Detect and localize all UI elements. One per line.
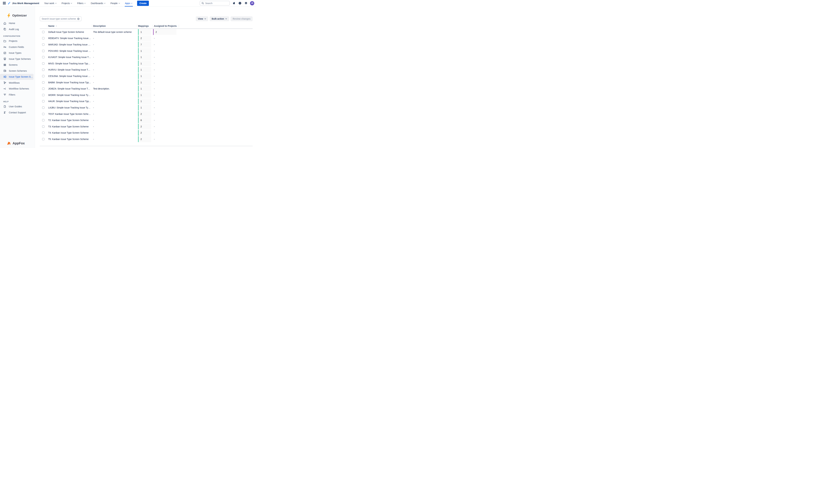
app-title: Jira Work Management bbox=[12, 2, 39, 5]
table-search[interactable] bbox=[40, 16, 82, 21]
row-checkbox[interactable] bbox=[42, 125, 44, 128]
row-name[interactable]: POVURO: Simple Issue Tracking Issue Typ.… bbox=[48, 50, 91, 52]
help-icon[interactable]: ? bbox=[238, 1, 242, 5]
nav-item-your-work[interactable]: Your work bbox=[44, 0, 57, 7]
row-assigned-empty: - bbox=[154, 81, 155, 84]
review-changes-button[interactable]: Review changes bbox=[230, 16, 253, 21]
sidebar-item-issue-types[interactable]: Issue Types bbox=[0, 50, 33, 56]
row-assigned-empty: - bbox=[154, 106, 155, 109]
sort-icon[interactable] bbox=[56, 25, 57, 27]
row-description: - bbox=[93, 81, 94, 84]
nav-item-people[interactable]: People bbox=[110, 0, 120, 7]
row-name[interactable]: HAUR: Simple Issue Tracking Issue Type S… bbox=[48, 100, 91, 103]
row-name[interactable]: T5: Kanban Issue Type Screen Scheme bbox=[48, 138, 89, 140]
row-description: - bbox=[93, 75, 94, 77]
gear-icon[interactable] bbox=[244, 1, 248, 5]
sidebar-item-audit-log[interactable]: Audit Log bbox=[0, 26, 33, 32]
clear-icon[interactable] bbox=[77, 18, 80, 20]
sidebar-item-screens[interactable]: Screens bbox=[0, 62, 33, 68]
table-row: WARJAD: Simple Issue Tracking Issue Typ.… bbox=[40, 41, 253, 48]
nav-item-apps[interactable]: Apps bbox=[125, 0, 133, 7]
row-checkbox[interactable] bbox=[42, 113, 44, 115]
row-name[interactable]: MIVD: Simple Issue Tracking Issue Type S… bbox=[48, 62, 91, 65]
sidebar-item-custom-fields[interactable]: AaCustom Fields bbox=[0, 44, 33, 50]
contact-support-icon bbox=[3, 111, 6, 114]
notifications-icon[interactable] bbox=[232, 1, 236, 5]
row-checkbox[interactable] bbox=[42, 81, 44, 84]
row-name[interactable]: T3: Kanban Issue Type Screen Scheme bbox=[48, 125, 89, 128]
row-name[interactable]: WARJAD: Simple Issue Tracking Issue Typ.… bbox=[48, 43, 91, 46]
create-button[interactable]: Create bbox=[137, 1, 149, 6]
table-row: HURVU: Simple Issue Tracking Issue Type.… bbox=[40, 67, 253, 73]
row-checkbox[interactable] bbox=[42, 106, 44, 109]
row-name[interactable]: WORR: Simple Issue Tracking Issue Type .… bbox=[48, 94, 91, 96]
row-checkbox[interactable] bbox=[42, 31, 44, 33]
user-guides-icon bbox=[3, 105, 6, 108]
footer-divider bbox=[40, 146, 253, 146]
table-row: CESIJNA: Simple Issue Tracking Issue Typ… bbox=[40, 73, 253, 79]
row-checkbox[interactable] bbox=[42, 100, 44, 102]
sidebar-item-issue-type-schemes[interactable]: Issue Type Schemes bbox=[0, 56, 33, 62]
row-checkbox[interactable] bbox=[42, 88, 44, 90]
row-name[interactable]: TEST: Kanban Issue Type Screen Scheme bbox=[48, 113, 91, 115]
view-button[interactable]: View bbox=[196, 16, 208, 21]
row-checkbox[interactable] bbox=[42, 75, 44, 77]
row-checkbox[interactable] bbox=[42, 43, 44, 46]
svg-text:?: ? bbox=[239, 2, 240, 4]
sidebar-item-workflows[interactable]: Workflows bbox=[0, 80, 33, 86]
sidebar-item-filters[interactable]: Filters bbox=[0, 92, 33, 98]
row-assigned-empty: - bbox=[154, 56, 155, 58]
app-switcher-icon[interactable] bbox=[2, 1, 7, 6]
appfox-fox-icon bbox=[7, 141, 11, 145]
sidebar-item-user-guides[interactable]: User Guides bbox=[0, 104, 33, 110]
row-mappings-cell: 1 bbox=[138, 80, 151, 85]
row-mappings-cell: 2 bbox=[138, 124, 151, 129]
chevron-down-icon bbox=[55, 3, 57, 4]
global-search[interactable] bbox=[200, 1, 230, 6]
home-icon bbox=[3, 22, 6, 25]
row-checkbox[interactable] bbox=[42, 62, 44, 65]
column-header-name[interactable]: Name bbox=[48, 25, 57, 27]
appfox-logo[interactable]: AppFox bbox=[7, 141, 25, 145]
row-name[interactable]: JOIBZA: Simple Issue Tracking Issue Type… bbox=[48, 87, 91, 90]
row-name[interactable]: LAJBU: Simple Issue Tracking Issue Type … bbox=[48, 106, 91, 109]
row-checkbox[interactable] bbox=[42, 138, 44, 140]
sidebar-item-workflow-schemes[interactable]: Workflow Schemes bbox=[0, 86, 33, 92]
avatar[interactable]: JR bbox=[250, 1, 254, 5]
row-assigned-empty: - bbox=[154, 75, 155, 77]
row-checkbox[interactable] bbox=[42, 69, 44, 71]
global-search-input[interactable] bbox=[205, 2, 228, 5]
row-name[interactable]: Default Issue Type Screen Scheme bbox=[48, 31, 84, 33]
row-checkbox[interactable] bbox=[42, 37, 44, 39]
column-header-assigned-to-projects: Assigned to Projects bbox=[154, 25, 177, 27]
row-mappings-cell: 1 bbox=[138, 98, 151, 104]
sidebar-item-contact-support[interactable]: Contact Support bbox=[0, 110, 33, 116]
row-checkbox[interactable] bbox=[42, 119, 44, 121]
row-name[interactable]: BABM: Simple Issue Tracking Issue Type .… bbox=[48, 81, 91, 84]
chevron-down-icon bbox=[131, 3, 132, 4]
row-checkbox[interactable] bbox=[42, 132, 44, 134]
row-assigned-empty: - bbox=[154, 113, 155, 115]
row-name[interactable]: T2: Kanban Issue Type Screen Scheme bbox=[48, 119, 89, 122]
row-name[interactable]: T4: Kanban Issue Type Screen Scheme bbox=[48, 131, 89, 134]
sidebar-item-issue-type-screen-sch[interactable]: Issue Type Screen Sch... bbox=[0, 74, 33, 80]
row-name[interactable]: REBDATV: Simple Issue Tracking Issue Ty.… bbox=[48, 37, 91, 40]
row-checkbox[interactable] bbox=[42, 94, 44, 96]
sidebar-item-projects[interactable]: Projects bbox=[0, 38, 33, 44]
nav-item-projects[interactable]: Projects bbox=[62, 0, 72, 7]
row-checkbox[interactable] bbox=[42, 50, 44, 52]
jira-brand[interactable]: Jira Work Management bbox=[8, 2, 39, 5]
table-row: BABM: Simple Issue Tracking Issue Type .… bbox=[40, 79, 253, 86]
sidebar-item-home[interactable]: Home bbox=[0, 20, 33, 26]
nav-item-filters[interactable]: Filters bbox=[77, 0, 86, 7]
row-name[interactable]: HURVU: Simple Issue Tracking Issue Type.… bbox=[48, 68, 91, 71]
row-checkbox[interactable] bbox=[42, 56, 44, 58]
row-description: - bbox=[93, 94, 94, 96]
nav-item-dashboards[interactable]: Dashboards bbox=[91, 0, 106, 7]
sidebar-item-screen-schemes[interactable]: Screen Schemes bbox=[0, 68, 33, 74]
row-name[interactable]: CESIJNA: Simple Issue Tracking Issue Typ… bbox=[48, 75, 91, 77]
row-assigned-empty: - bbox=[154, 62, 155, 65]
bulk-action-button[interactable]: Bulk action bbox=[210, 16, 229, 21]
table-search-input[interactable] bbox=[42, 17, 76, 20]
row-name[interactable]: KUVAST: Simple Issue Tracking Issue Typ.… bbox=[48, 56, 91, 58]
